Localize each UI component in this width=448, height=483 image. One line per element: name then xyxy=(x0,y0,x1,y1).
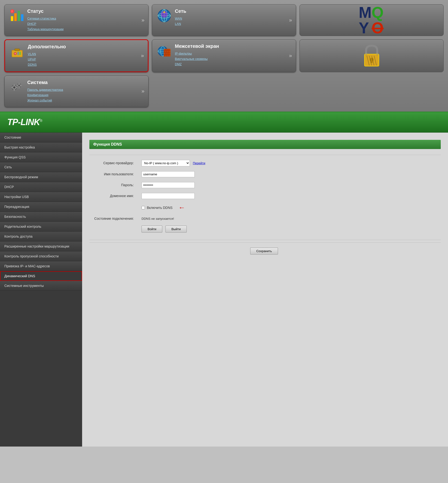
provider-goto-link[interactable]: Перейти xyxy=(193,161,205,165)
svg-rect-2 xyxy=(18,11,20,21)
svg-rect-57 xyxy=(16,85,18,86)
save-row: Сохранить xyxy=(89,242,441,259)
svg-text:!: ! xyxy=(12,10,12,13)
svg-rect-58 xyxy=(21,85,22,86)
sidebar-label-quick-setup: Быстрая настройка xyxy=(4,145,35,149)
connection-status-cell: DDNS не запускается! xyxy=(138,214,441,223)
svg-rect-51 xyxy=(11,87,13,88)
sidebar-label-ddns: Динамический DNS xyxy=(4,274,35,278)
advanced-links[interactable]: VLAN UPnP DDNS xyxy=(28,51,143,67)
firewall-links[interactable]: IP-фильтры Виртуальные серверы DMZ xyxy=(175,51,291,67)
dash-card-advanced[interactable]: Дополнительно VLAN UPnP DDNS » xyxy=(4,39,149,72)
ddns-section-header: Функция DDNS xyxy=(89,140,441,149)
sidebar-label-bandwidth: Контроль пропускной способности xyxy=(4,254,59,258)
main-content: Состояние Быстрая настройка Функция QSS … xyxy=(0,133,448,447)
login-button[interactable]: Войти xyxy=(142,225,162,233)
logo-m: M xyxy=(359,5,371,20)
network-links[interactable]: WAN LAN xyxy=(175,16,291,27)
svg-rect-50 xyxy=(14,89,15,91)
svg-rect-52 xyxy=(16,87,18,88)
network-link-lan[interactable]: LAN xyxy=(175,21,291,27)
status-link-dhcp[interactable]: DHCP xyxy=(27,21,144,27)
advanced-link-vlan[interactable]: VLAN xyxy=(28,51,143,57)
sidebar-label-parental: Родительский контроль xyxy=(4,225,41,228)
logout-button[interactable]: Выйти xyxy=(165,225,187,233)
advanced-title: Дополнительно xyxy=(28,44,143,49)
domain-input[interactable] xyxy=(142,193,195,199)
save-button[interactable]: Сохранить xyxy=(250,248,278,255)
advanced-icon xyxy=(10,44,24,58)
dash-card-status[interactable]: ! Статус Сетевая статистика DHCP Таблица… xyxy=(4,4,149,36)
svg-rect-17 xyxy=(18,52,19,55)
sidebar-item-quick-setup[interactable]: Быстрая настройка xyxy=(0,143,82,152)
logo-y: Y xyxy=(359,20,371,36)
status-links[interactable]: Сетевая статистика DHCP Таблица маршрути… xyxy=(27,16,144,32)
dash-card-content-status: Статус Сетевая статистика DHCP Таблица м… xyxy=(27,8,144,32)
sidebar-item-forwarding[interactable]: Переадресация xyxy=(0,202,82,212)
sidebar-item-tools[interactable]: Системные инструменты xyxy=(0,281,82,291)
system-link-password[interactable]: Пароль администратора xyxy=(27,87,144,92)
svg-rect-13 xyxy=(12,50,23,57)
svg-rect-55 xyxy=(18,83,20,84)
svg-rect-18 xyxy=(20,52,21,55)
sidebar-item-routing[interactable]: Расширенные настройки маршрутизации xyxy=(0,242,82,251)
sidebar-label-routing: Расширенные настройки маршрутизации xyxy=(4,244,69,248)
firewall-link-virtual[interactable]: Виртуальные серверы xyxy=(175,56,291,62)
sidebar-item-binding[interactable]: Привязка IP- и MAC-адресов xyxy=(0,261,82,271)
provider-select[interactable]: No-IP ( www.no-ip.com ) xyxy=(142,160,190,166)
dashboard: ! Статус Сетевая статистика DHCP Таблица… xyxy=(0,0,448,112)
status-title: Статус xyxy=(27,8,144,14)
svg-rect-0 xyxy=(11,16,13,21)
dash-card-lock[interactable] xyxy=(299,39,444,72)
password-cell xyxy=(138,180,441,191)
svg-point-16 xyxy=(15,53,16,54)
form-separator-bottom xyxy=(89,240,441,240)
sidebar-label-tools: Системные инструменты xyxy=(4,284,44,288)
system-links[interactable]: Пароль администратора Конфигурация Журна… xyxy=(27,87,144,103)
status-link-routing[interactable]: Таблица маршрутизации xyxy=(27,27,144,32)
sidebar-item-status[interactable]: Состояние xyxy=(0,133,82,143)
advanced-link-ddns[interactable]: DDNS xyxy=(28,62,143,67)
sidebar-item-usb[interactable]: Настройки USB xyxy=(0,192,82,202)
sidebar-label-wireless: Беспроводной режим xyxy=(4,175,38,179)
status-arrow: » xyxy=(142,17,144,24)
logo-q: Q xyxy=(372,5,384,20)
firewall-link-ip[interactable]: IP-фильтры xyxy=(175,51,291,56)
advanced-link-upnp[interactable]: UPnP xyxy=(28,57,143,62)
status-link-stats[interactable]: Сетевая статистика xyxy=(27,16,144,21)
password-input[interactable] xyxy=(142,182,195,188)
domain-label: Доменное имя: xyxy=(89,191,138,201)
sidebar-item-dhcp[interactable]: DHCP xyxy=(0,182,82,192)
firewall-link-dmz[interactable]: DMZ xyxy=(175,62,291,67)
sidebar-item-bandwidth[interactable]: Контроль пропускной способности xyxy=(0,251,82,261)
sidebar-item-parental[interactable]: Родительский контроль xyxy=(0,222,82,232)
system-link-log[interactable]: Журнал событий xyxy=(27,98,144,103)
dash-card-network[interactable]: Сеть WAN LAN » xyxy=(152,4,296,36)
sidebar-label-network: Сеть xyxy=(4,165,12,169)
dash-card-firewall[interactable]: Межсетевой экран IP-фильтры Виртуальные … xyxy=(152,39,296,72)
system-link-config[interactable]: Конфигурация xyxy=(27,92,144,98)
enable-ddns-checkbox[interactable] xyxy=(142,206,145,209)
ddns-form-table: Сервис-провайдер: No-IP ( www.no-ip.com … xyxy=(89,157,441,235)
sidebar-item-qss[interactable]: Функция QSS xyxy=(0,152,82,162)
dash-card-content-advanced: Дополнительно VLAN UPnP DDNS xyxy=(28,44,143,67)
dash-card-system[interactable]: Система Пароль администратора Конфигурац… xyxy=(4,76,149,107)
svg-point-48 xyxy=(13,87,15,89)
sidebar-item-access[interactable]: Контроль доступа xyxy=(0,232,82,242)
sidebar-label-dhcp: DHCP xyxy=(4,185,14,189)
connection-status-value: DDNS не запускается! xyxy=(142,217,174,220)
firewall-title: Межсетевой экран xyxy=(175,43,291,49)
system-title: Система xyxy=(27,80,144,85)
sidebar-item-security[interactable]: Безопасность xyxy=(0,212,82,222)
sidebar-item-wireless[interactable]: Беспроводной режим xyxy=(0,172,82,182)
sidebar-item-network[interactable]: Сеть xyxy=(0,162,82,172)
username-input[interactable] xyxy=(142,171,195,177)
sidebar: Состояние Быстрая настройка Функция QSS … xyxy=(0,133,82,447)
network-link-wan[interactable]: WAN xyxy=(175,16,291,21)
system-icon xyxy=(9,80,24,94)
sidebar-item-ddns[interactable]: Динамический DNS xyxy=(0,271,82,281)
provider-cell: No-IP ( www.no-ip.com ) Перейти xyxy=(138,157,441,169)
form-separator-top xyxy=(89,155,441,155)
password-label: Пароль: xyxy=(89,180,138,191)
sidebar-label-forwarding: Переадресация xyxy=(4,205,29,209)
